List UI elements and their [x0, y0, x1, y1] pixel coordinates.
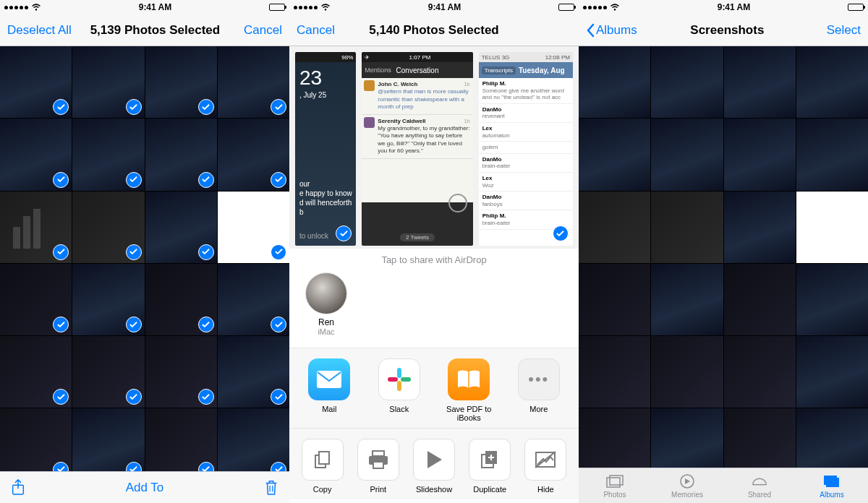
photo-thumb[interactable]	[579, 336, 650, 408]
share-icon[interactable]	[10, 478, 26, 497]
photo-thumb[interactable]	[796, 264, 868, 335]
preview-date: 23	[299, 66, 322, 90]
svg-rect-4	[397, 381, 401, 391]
photo-thumb[interactable]	[724, 336, 796, 408]
tab-shared[interactable]: Shared	[723, 468, 796, 503]
action-duplicate[interactable]: Duplicate	[464, 439, 516, 494]
photo-thumb[interactable]	[0, 192, 72, 263]
photo-thumb[interactable]	[0, 336, 72, 408]
share-apps-row: Mail Slack Save PDF to iBooks ••• More	[289, 348, 579, 429]
share-app-mail[interactable]: Mail	[297, 358, 362, 422]
photo-thumb[interactable]	[72, 264, 144, 335]
action-slideshow[interactable]: Slideshow	[408, 439, 459, 494]
photo-thumb[interactable]	[218, 408, 289, 471]
photo-thumb[interactable]	[0, 264, 72, 335]
photo-grid[interactable]	[579, 46, 868, 468]
share-app-slack[interactable]: Slack	[367, 358, 433, 422]
photo-thumb[interactable]	[796, 408, 868, 468]
photo-thumb[interactable]	[72, 119, 144, 190]
photo-thumb[interactable]	[796, 336, 868, 408]
photo-thumb[interactable]	[651, 408, 723, 468]
tab-label: Shared	[748, 491, 771, 499]
photo-thumb[interactable]	[651, 119, 723, 190]
photo-thumb[interactable]	[579, 408, 650, 468]
share-app-ibooks[interactable]: Save PDF to iBooks	[436, 358, 502, 422]
photo-thumb[interactable]	[145, 119, 217, 190]
action-label: Print	[352, 485, 404, 494]
photo-thumb[interactable]	[724, 119, 796, 190]
photo-thumb[interactable]	[72, 408, 144, 471]
photo-thumb[interactable]	[724, 264, 796, 335]
add-to-button[interactable]: Add To	[26, 481, 263, 495]
share-actions-row: Copy Print Slideshow Duplicate Hide	[289, 429, 579, 499]
action-label: Slideshow	[408, 485, 459, 494]
action-hide[interactable]: Hide	[520, 439, 571, 494]
photo-thumb[interactable]	[145, 408, 217, 471]
deselect-all-button[interactable]: Deselect All	[7, 23, 72, 38]
airdrop-target[interactable]: Ren iMac	[301, 272, 352, 336]
photo-thumb[interactable]	[218, 119, 289, 190]
photo-thumb[interactable]	[724, 408, 796, 468]
photo-thumb[interactable]	[651, 192, 723, 263]
photo-thumb[interactable]	[145, 46, 217, 118]
tab-albums[interactable]: Albums	[796, 468, 868, 503]
photo-thumb[interactable]	[218, 192, 289, 263]
photo-thumb[interactable]	[145, 192, 217, 263]
action-print[interactable]: Print	[352, 439, 404, 494]
cancel-button[interactable]: Cancel	[297, 23, 340, 38]
signal-dots-icon	[294, 6, 318, 9]
photo-thumb[interactable]	[651, 336, 723, 408]
photo-thumb[interactable]	[218, 46, 289, 118]
photo-thumb[interactable]	[796, 119, 868, 190]
wifi-icon	[610, 4, 620, 11]
tab-photos[interactable]: Photos	[579, 468, 651, 503]
photo-thumb[interactable]	[218, 264, 289, 335]
tab-memories[interactable]: Memories	[651, 468, 723, 503]
battery-icon	[558, 4, 574, 11]
checkmark-icon	[126, 462, 142, 472]
photo-thumb[interactable]	[0, 408, 72, 471]
photo-grid[interactable]	[0, 46, 289, 471]
tab-label: Albums	[820, 491, 843, 499]
share-app-label: Mail	[297, 405, 362, 413]
photo-thumb[interactable]	[72, 46, 144, 118]
photo-thumb[interactable]	[0, 46, 72, 118]
photo-thumb[interactable]	[218, 336, 289, 408]
photo-thumb[interactable]	[651, 264, 723, 335]
action-copy[interactable]: Copy	[297, 439, 348, 494]
share-preview-item[interactable]: TELUS 3G12:08 PM Transcripts Tuesday, Au…	[479, 52, 573, 246]
photo-thumb[interactable]	[796, 192, 868, 263]
status-time: 9:41 AM	[139, 2, 172, 12]
photo-thumb[interactable]	[724, 46, 796, 118]
photo-thumb[interactable]	[579, 119, 650, 190]
photo-thumb[interactable]	[796, 46, 868, 118]
photo-thumb[interactable]	[579, 264, 650, 335]
airdrop-name: Ren	[301, 317, 352, 327]
photo-thumb[interactable]	[145, 264, 217, 335]
back-button[interactable]: Albums	[586, 23, 637, 38]
svg-rect-5	[388, 377, 398, 382]
cancel-button[interactable]: Cancel	[239, 23, 282, 38]
svg-rect-2	[397, 368, 401, 378]
checkmark-icon	[126, 317, 142, 332]
photo-thumb[interactable]	[724, 192, 796, 263]
nav-title: Screenshots	[637, 23, 817, 38]
photo-thumb[interactable]	[72, 192, 144, 263]
photo-thumb[interactable]	[145, 336, 217, 408]
share-app-label: Save PDF to iBooks	[436, 405, 502, 422]
share-preview-row[interactable]: 98% 23 , July 25 our e happy to know d w…	[289, 46, 579, 249]
photo-thumb[interactable]	[651, 46, 723, 118]
trash-icon[interactable]	[263, 478, 279, 497]
share-app-more[interactable]: ••• More	[506, 358, 572, 422]
share-preview-item[interactable]: ✈1:07 PM Mentions Conversation John C. W…	[362, 52, 472, 246]
tab-label: Memories	[671, 491, 703, 499]
checkmark-icon	[198, 317, 214, 332]
action-label: Duplicate	[464, 485, 516, 494]
photo-thumb[interactable]	[579, 46, 650, 118]
select-button[interactable]: Select	[817, 23, 861, 38]
photo-thumb[interactable]	[72, 336, 144, 408]
photo-thumb[interactable]	[579, 192, 650, 263]
photo-thumb[interactable]	[0, 119, 72, 190]
share-preview-item[interactable]: 98% 23 , July 25 our e happy to know d w…	[295, 52, 356, 246]
checkmark-icon	[126, 99, 142, 115]
